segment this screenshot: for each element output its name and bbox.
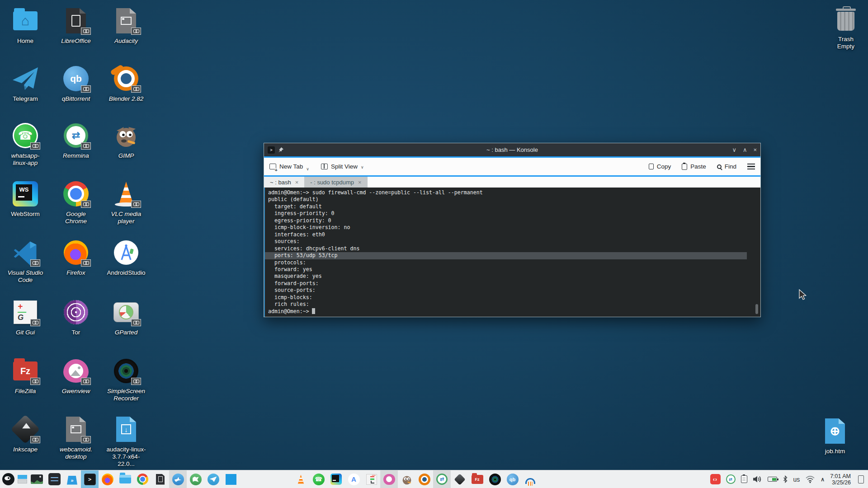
- desktop-icon-qbittorrent[interactable]: qb qBittorrent: [55, 64, 97, 103]
- taskbar-item-gitgui[interactable]: [363, 470, 380, 488]
- desktop-icon-webcamoid[interactable]: webcamoid. desktop: [55, 415, 97, 460]
- desktop-icon-blender[interactable]: Blender 2.82: [105, 64, 147, 103]
- taskbar-item-image-app[interactable]: [28, 470, 46, 488]
- paste-button[interactable]: Paste: [682, 163, 706, 170]
- taskbar-item-gwenview-open[interactable]: [380, 470, 398, 488]
- taskbar-item-green-app[interactable]: [187, 470, 204, 488]
- taskbar-item-gimp[interactable]: [398, 470, 415, 488]
- desktop-icon-label: Firefox: [55, 269, 97, 277]
- desktop-icon-vscode[interactable]: Visual Studio Code: [4, 238, 47, 284]
- close-button[interactable]: ×: [753, 146, 757, 153]
- taskbar-item-blender[interactable]: [415, 470, 433, 488]
- taskbar-item-androidstudio[interactable]: A: [345, 470, 363, 488]
- desktop-icon-webstorm[interactable]: WS WebStorm: [4, 179, 47, 218]
- new-tab-button[interactable]: New Tab ∨: [269, 163, 309, 170]
- taskbar-item-whatsapp[interactable]: ☎: [310, 470, 327, 488]
- desktop-icon-home[interactable]: ⌂ Home: [4, 6, 47, 45]
- desktop-icon-filezilla[interactable]: Fz FileZilla: [4, 357, 47, 395]
- chevron-down-icon: ∨: [361, 165, 364, 169]
- desktop-icon-label: Audacity: [105, 38, 147, 45]
- desktop-icon-job-htm[interactable]: ⊕ job.htm: [814, 417, 856, 455]
- remmina-tray-icon[interactable]: [726, 474, 736, 484]
- taskbar-item-vlc[interactable]: [292, 470, 310, 488]
- desktop-icon-trash[interactable]: Trash Empty: [825, 5, 867, 50]
- tab-bash[interactable]: ~ : bash ×: [264, 177, 304, 188]
- desktop-icon-androidstudio[interactable]: AndroidStudio: [105, 238, 147, 277]
- taskbar-item-chrome[interactable]: [134, 470, 151, 488]
- keyboard-layout-indicator[interactable]: us: [793, 476, 800, 483]
- desktop-icon-ssr[interactable]: SimpleScreen Recorder: [105, 357, 147, 402]
- taskbar-item-discover[interactable]: »: [63, 470, 81, 488]
- taskbar-item-firefox[interactable]: [99, 470, 116, 488]
- desktop-icon-gimp[interactable]: GIMP: [105, 121, 147, 160]
- copy-button[interactable]: Copy: [649, 163, 671, 170]
- taskbar-item-system-settings[interactable]: [46, 470, 63, 488]
- taskbar-item-vscode[interactable]: [222, 470, 240, 488]
- taskbar-item-dolphin[interactable]: [116, 470, 134, 488]
- desktop-icon-firefox[interactable]: Firefox: [55, 238, 97, 277]
- pager-widget[interactable]: [16, 470, 28, 488]
- tray-expander-icon[interactable]: ∧: [821, 476, 825, 483]
- hamburger-menu-button[interactable]: [747, 164, 755, 169]
- taskbar-item-konsole-active[interactable]: >: [81, 470, 99, 488]
- desktop-icon-gwenview[interactable]: Gwenview: [55, 357, 97, 395]
- clipboard-icon[interactable]: [741, 475, 747, 483]
- desktop-icon-audacity[interactable]: Audacity: [105, 6, 147, 45]
- find-button[interactable]: Find: [717, 163, 736, 170]
- battery-icon[interactable]: [768, 477, 777, 482]
- taskbar-item-falkon-open[interactable]: [169, 470, 187, 488]
- taskbar-item-qbittorrent[interactable]: qb: [504, 470, 521, 488]
- desktop-icon-label: GParted: [105, 329, 147, 336]
- desktop-icon-gitgui[interactable]: +—G Git Gui: [4, 298, 47, 336]
- simplescreenrecorder-icon: [489, 474, 501, 485]
- show-desktop-button[interactable]: [858, 475, 864, 483]
- bluetooth-icon[interactable]: [783, 475, 788, 483]
- taskbar-item-ssr[interactable]: [486, 470, 504, 488]
- desktop-icon-inkscape[interactable]: Inkscape: [4, 415, 47, 453]
- desktop-icon-label: Google Chrome: [55, 211, 97, 225]
- desktop-icon-audacity-installer[interactable]: ↓ audacity-linux- 3.7.7-x64-22.0...: [105, 415, 147, 468]
- scrollbar-handle[interactable]: [755, 304, 758, 314]
- maximize-button[interactable]: ∧: [743, 146, 747, 153]
- taskbar-item-inkscape[interactable]: [451, 470, 468, 488]
- desktop-icon-whatsapp[interactable]: ☎ whatsapp-linux-app: [4, 121, 47, 167]
- system-settings-icon: [48, 473, 61, 485]
- desktop-icon-label: webcamoid. desktop: [55, 446, 97, 460]
- link-emblem-icon: [81, 259, 91, 267]
- link-emblem-icon: [30, 319, 40, 326]
- titlebar[interactable]: > ~ : bash — Konsole ∨ ∧ ×: [264, 143, 760, 156]
- tab-sudo-tcpdump[interactable]: - : sudo tcpdump ×: [304, 177, 367, 188]
- taskbar-item-webstorm[interactable]: [327, 470, 345, 488]
- taskbar-item-audacity[interactable]: [521, 470, 539, 488]
- tray-app-icon-red[interactable]: [710, 474, 721, 484]
- image-app-icon: [31, 474, 43, 484]
- desktop-icon-chrome[interactable]: Google Chrome: [55, 179, 97, 225]
- close-tab-icon[interactable]: ×: [295, 179, 299, 186]
- taskbar-item-filezilla[interactable]: Fz: [468, 470, 486, 488]
- desktop-icon-label: SimpleScreen Recorder: [105, 388, 147, 402]
- link-emblem-icon: [131, 28, 141, 35]
- wifi-icon[interactable]: [805, 475, 815, 483]
- minimize-button[interactable]: ∨: [732, 146, 736, 153]
- taskbar-item-remmina-open[interactable]: ⇄: [433, 470, 451, 488]
- volume-icon[interactable]: [753, 475, 762, 483]
- taskbar-item-libreoffice[interactable]: [151, 470, 169, 488]
- desktop-icon-label: qBittorrent: [55, 95, 97, 103]
- desktop-icon-vlc[interactable]: VLC media player: [105, 179, 147, 225]
- search-icon: [717, 164, 722, 169]
- desktop-icon-tor[interactable]: Tor: [55, 298, 97, 336]
- taskbar-item-telegram[interactable]: [204, 470, 222, 488]
- close-tab-icon[interactable]: ×: [358, 179, 362, 186]
- desktop-icon-gparted[interactable]: GParted: [105, 298, 147, 336]
- desktop-icon-telegram[interactable]: Telegram: [4, 64, 47, 103]
- vscode-icon: [226, 474, 236, 485]
- application-launcher-button[interactable]: [0, 470, 16, 488]
- terminal-output[interactable]: admin@Omen:~> sudo firewall-cmd --zone=p…: [264, 188, 760, 317]
- split-view-button[interactable]: Split View ∨: [321, 163, 364, 170]
- desktop-icon-remmina[interactable]: ⇄ Remmina: [55, 121, 97, 160]
- clock-widget[interactable]: 7:01 AM 3/25/26: [830, 473, 851, 486]
- desktop-icon-libreoffice[interactable]: LibreOffice: [55, 6, 97, 45]
- telegram-icon: [12, 66, 39, 91]
- audacity-icon: [525, 478, 535, 484]
- falkon-icon: [172, 474, 184, 485]
